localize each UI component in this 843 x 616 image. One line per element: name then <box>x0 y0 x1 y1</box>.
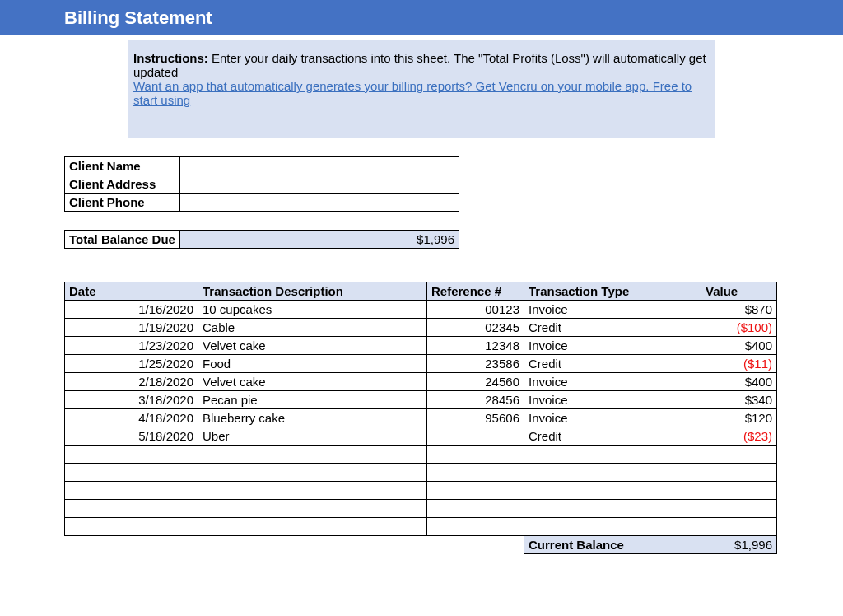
row-date[interactable]: 2/18/2020 <box>65 373 198 391</box>
table-row[interactable]: 3/18/2020Pecan pie28456Invoice$340 <box>65 391 777 409</box>
row-type[interactable]: Credit <box>524 355 701 373</box>
client-name-label: Client Name <box>65 157 180 175</box>
table-row[interactable]: 1/16/202010 cupcakes00123Invoice$870 <box>65 301 777 319</box>
table-row-empty[interactable] <box>65 518 777 536</box>
header-value: Value <box>701 282 777 301</box>
current-balance-row: Current Balance$1,996 <box>65 536 777 554</box>
table-row-empty[interactable] <box>65 500 777 518</box>
transactions-table: Date Transaction Description Reference #… <box>64 282 777 554</box>
row-desc[interactable]: 10 cupcakes <box>198 301 427 319</box>
client-phone-label: Client Phone <box>65 194 180 212</box>
row-ref[interactable]: 12348 <box>427 337 524 355</box>
row-type[interactable]: Credit <box>524 427 701 446</box>
table-row[interactable]: 4/18/2020Blueberry cake95606Invoice$120 <box>65 409 777 427</box>
row-value[interactable]: $400 <box>701 337 777 355</box>
client-table: Client Name Client Address Client Phone <box>64 156 459 212</box>
row-value[interactable]: $120 <box>701 409 777 427</box>
client-name-row: Client Name <box>65 157 459 175</box>
row-date[interactable]: 4/18/2020 <box>65 409 198 427</box>
row-date[interactable]: 1/19/2020 <box>65 319 198 337</box>
client-address-row: Client Address <box>65 175 459 194</box>
row-type[interactable]: Invoice <box>524 391 701 409</box>
row-ref[interactable]: 28456 <box>427 391 524 409</box>
client-address-cell[interactable] <box>180 175 459 194</box>
table-row[interactable]: 5/18/2020UberCredit($23) <box>65 427 777 446</box>
current-balance-label: Current Balance <box>524 536 701 554</box>
instructions-box: Instructions: Enter your daily transacti… <box>128 40 715 138</box>
row-ref[interactable]: 23586 <box>427 355 524 373</box>
row-type[interactable]: Invoice <box>524 409 701 427</box>
row-value[interactable]: ($23) <box>701 427 777 446</box>
transactions-header-row: Date Transaction Description Reference #… <box>65 282 777 301</box>
header-type: Transaction Type <box>524 282 701 301</box>
row-desc[interactable]: Velvet cake <box>198 337 427 355</box>
row-type[interactable]: Credit <box>524 319 701 337</box>
table-row[interactable]: 2/18/2020Velvet cake24560Invoice$400 <box>65 373 777 391</box>
table-row-empty[interactable] <box>65 464 777 482</box>
table-row-empty[interactable] <box>65 482 777 500</box>
row-date[interactable]: 1/25/2020 <box>65 355 198 373</box>
page-title: Billing Statement <box>0 0 843 35</box>
total-balance-label: Total Balance Due <box>65 231 180 249</box>
row-desc[interactable]: Uber <box>198 427 427 446</box>
table-row[interactable]: 1/25/2020Food23586Credit($11) <box>65 355 777 373</box>
row-type[interactable]: Invoice <box>524 373 701 391</box>
promo-link[interactable]: Want an app that automatically generates… <box>133 79 692 107</box>
row-date[interactable]: 5/18/2020 <box>65 427 198 446</box>
row-date[interactable]: 3/18/2020 <box>65 391 198 409</box>
table-row-empty[interactable] <box>65 446 777 464</box>
instructions-text: Enter your daily transactions into this … <box>133 51 706 79</box>
row-desc[interactable]: Cable <box>198 319 427 337</box>
total-balance-table: Total Balance Due $1,996 <box>64 230 459 249</box>
row-value[interactable]: ($11) <box>701 355 777 373</box>
instructions-label: Instructions: <box>133 51 208 65</box>
row-desc[interactable]: Pecan pie <box>198 391 427 409</box>
row-ref[interactable]: 24560 <box>427 373 524 391</box>
table-row[interactable]: 1/19/2020Cable02345Credit($100) <box>65 319 777 337</box>
header-desc: Transaction Description <box>198 282 427 301</box>
table-row[interactable]: 1/23/2020Velvet cake12348Invoice$400 <box>65 337 777 355</box>
header-date: Date <box>65 282 198 301</box>
total-balance-value: $1,996 <box>180 231 459 249</box>
row-desc[interactable]: Food <box>198 355 427 373</box>
client-phone-cell[interactable] <box>180 194 459 212</box>
row-type[interactable]: Invoice <box>524 301 701 319</box>
row-desc[interactable]: Velvet cake <box>198 373 427 391</box>
client-address-label: Client Address <box>65 175 180 194</box>
row-ref[interactable]: 02345 <box>427 319 524 337</box>
row-type[interactable]: Invoice <box>524 337 701 355</box>
row-ref[interactable] <box>427 427 524 446</box>
header-ref: Reference # <box>427 282 524 301</box>
row-value[interactable]: $340 <box>701 391 777 409</box>
row-date[interactable]: 1/23/2020 <box>65 337 198 355</box>
current-balance-value: $1,996 <box>701 536 777 554</box>
row-value[interactable]: ($100) <box>701 319 777 337</box>
row-date[interactable]: 1/16/2020 <box>65 301 198 319</box>
client-phone-row: Client Phone <box>65 194 459 212</box>
row-desc[interactable]: Blueberry cake <box>198 409 427 427</box>
row-value[interactable]: $870 <box>701 301 777 319</box>
row-ref[interactable]: 00123 <box>427 301 524 319</box>
row-value[interactable]: $400 <box>701 373 777 391</box>
row-ref[interactable]: 95606 <box>427 409 524 427</box>
client-name-cell[interactable] <box>180 157 459 175</box>
